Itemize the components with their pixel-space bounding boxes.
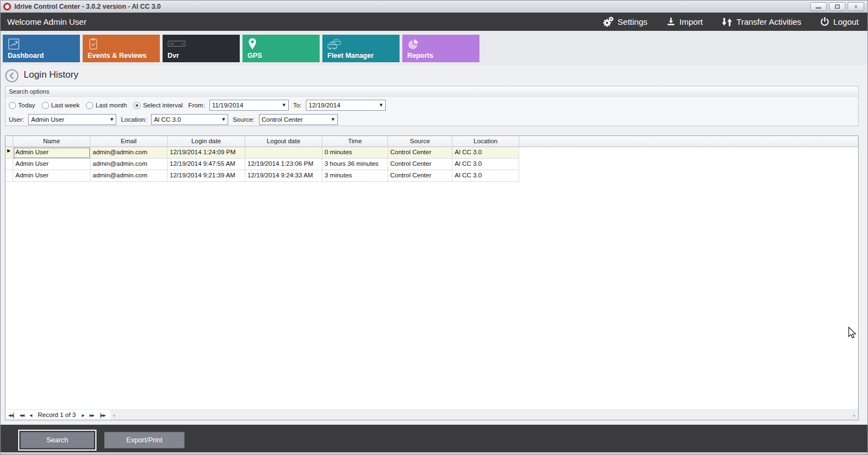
search-button[interactable]: Search: [20, 432, 94, 448]
cell-logout-date[interactable]: 12/19/2014 9:24:33 AM: [245, 170, 322, 182]
cell-source[interactable]: Control Center: [388, 170, 452, 182]
cell-login-date[interactable]: 12/19/2014 9:21:39 AM: [168, 170, 245, 182]
table-row[interactable]: ▶Admin Useradmin@admin.com12/19/2014 1:2…: [6, 147, 858, 159]
location-value: Al CC 3.0: [152, 116, 219, 123]
cell-email[interactable]: admin@admin.com: [90, 159, 168, 170]
gps-pin-icon: [247, 37, 258, 53]
tile-strip: DashboardEvents & ReviewsDvrGPSFleet Man…: [1, 31, 867, 65]
maximize-button[interactable]: [829, 2, 845, 11]
back-button[interactable]: [5, 69, 19, 83]
cell-logout-date[interactable]: [245, 147, 322, 159]
nav-prev-button[interactable]: ◂: [26, 412, 34, 418]
cell-source[interactable]: Control Center: [388, 147, 452, 159]
tile-gps[interactable]: GPS: [242, 35, 320, 62]
module-tiles: DashboardEvents & ReviewsDvrGPSFleet Man…: [3, 35, 479, 62]
column-header-email[interactable]: Email: [90, 136, 168, 147]
cell-time[interactable]: 3 hours 36 minutes: [322, 159, 388, 170]
cell-location[interactable]: Al CC 3.0: [452, 170, 519, 182]
tile-label: Fleet Manager: [327, 52, 374, 59]
cell-login-date[interactable]: 12/19/2014 1:24:09 PM: [168, 147, 245, 159]
radio-circle-icon: [42, 102, 49, 109]
tile-dvr[interactable]: Dvr: [163, 35, 240, 62]
table-row[interactable]: Admin Useradmin@admin.com12/19/2014 9:21…: [6, 170, 858, 182]
scroll-right-icon[interactable]: ▸: [851, 412, 858, 418]
user-label: User:: [9, 116, 24, 123]
close-icon: X: [854, 4, 858, 9]
app-logo-icon: [3, 3, 11, 10]
column-header-source[interactable]: Source: [388, 136, 452, 147]
settings-icon: [602, 17, 614, 27]
nav-next-page-button[interactable]: ▸▸: [87, 412, 97, 418]
scroll-left-icon[interactable]: ◂: [110, 412, 117, 418]
column-header-logout-date[interactable]: Logout date: [245, 136, 322, 147]
settings-button[interactable]: Settings: [602, 17, 648, 27]
from-date-select[interactable]: 11/19/2014 ▼: [209, 100, 289, 111]
transfer-activities-button[interactable]: Transfer Activities: [721, 17, 801, 27]
cell-time[interactable]: 3 minutes: [322, 170, 388, 182]
logout-button[interactable]: Logout: [820, 17, 859, 26]
cell-logout-date[interactable]: 12/19/2014 1:23:06 PM: [245, 159, 322, 170]
window-title: Idrive Control Center - 3.0.2 version - …: [14, 3, 161, 10]
export-print-button[interactable]: Export/Print: [104, 432, 185, 448]
cell-source[interactable]: Control Center: [388, 159, 452, 170]
radio-last-month[interactable]: Last month: [86, 102, 127, 109]
logout-label: Logout: [833, 17, 859, 26]
cell-login-date[interactable]: 12/19/2014 9:47:55 AM: [168, 159, 245, 170]
import-button[interactable]: Import: [666, 17, 703, 26]
settings-label: Settings: [618, 17, 648, 26]
column-header-location[interactable]: Location: [452, 136, 519, 147]
cell-email[interactable]: admin@admin.com: [90, 147, 168, 159]
header-filler: [519, 136, 858, 147]
cell-location[interactable]: Al CC 3.0: [452, 159, 519, 170]
source-select[interactable]: Control Center ▼: [259, 114, 338, 125]
cell-email[interactable]: admin@admin.com: [90, 170, 168, 182]
logout-icon: [820, 17, 829, 26]
transfer-icon: [721, 17, 732, 27]
tile-fleet-manager[interactable]: Fleet Manager: [322, 35, 400, 62]
radio-today[interactable]: Today: [9, 102, 35, 109]
tile-label: Events & Reviews: [88, 52, 147, 59]
tile-events-reviews[interactable]: Events & Reviews: [83, 35, 160, 62]
cell-location[interactable]: Al CC 3.0: [452, 147, 519, 159]
tile-label: Reports: [407, 52, 433, 59]
cell-name[interactable]: Admin User: [13, 147, 90, 159]
source-label: Source:: [233, 116, 255, 123]
clipboard-icon: [87, 37, 99, 53]
tile-label: Dvr: [168, 52, 179, 59]
row-indicator: [6, 159, 13, 170]
close-button[interactable]: X: [848, 2, 864, 11]
cell-name[interactable]: Admin User: [13, 170, 90, 182]
column-header-login-date[interactable]: Login date: [168, 136, 245, 147]
login-history-grid: NameEmailLogin dateLogout dateTimeSource…: [5, 136, 859, 420]
location-select[interactable]: Al CC 3.0 ▼: [151, 114, 228, 125]
chevron-down-icon: ▼: [219, 117, 228, 122]
topbar-actions: SettingsImportTransfer ActivitiesLogout: [602, 17, 867, 27]
search-row-filters: User: Admin User ▼ Location: Al CC 3.0 ▼…: [9, 113, 855, 126]
nav-last-button[interactable]: |▸▸: [97, 412, 108, 418]
radio-select-interval[interactable]: Select interval: [133, 102, 182, 109]
maximize-icon: [835, 4, 840, 9]
user-select[interactable]: Admin User ▼: [28, 114, 116, 125]
window-controls: X: [810, 2, 864, 11]
grid-header-row: NameEmailLogin dateLogout dateTimeSource…: [6, 136, 858, 147]
column-header-time[interactable]: Time: [322, 136, 388, 147]
import-icon: [666, 17, 676, 26]
nav-first-button[interactable]: ◂◂|: [6, 412, 17, 418]
nav-next-button[interactable]: ▸: [79, 412, 87, 418]
tile-reports[interactable]: Reports: [402, 35, 479, 62]
radio-last-week[interactable]: Last week: [42, 102, 80, 109]
column-header-name[interactable]: Name: [13, 136, 90, 147]
to-date-select[interactable]: 12/19/2014 ▼: [306, 100, 386, 111]
chevron-down-icon: ▼: [280, 103, 288, 107]
cell-time[interactable]: 0 minutes: [322, 147, 388, 159]
table-row[interactable]: Admin Useradmin@admin.com12/19/2014 9:47…: [6, 159, 858, 170]
nav-prev-page-button[interactable]: ◂◂: [17, 412, 26, 418]
horizontal-scrollbar[interactable]: ◂ ▸: [110, 410, 858, 420]
minimize-button[interactable]: [810, 2, 827, 11]
minimize-icon: [816, 7, 821, 9]
tile-label: GPS: [247, 52, 262, 59]
from-label: From:: [188, 102, 205, 109]
cell-name[interactable]: Admin User: [13, 159, 90, 170]
tile-dashboard[interactable]: Dashboard: [3, 35, 80, 62]
from-date-value: 11/19/2014: [210, 102, 280, 109]
